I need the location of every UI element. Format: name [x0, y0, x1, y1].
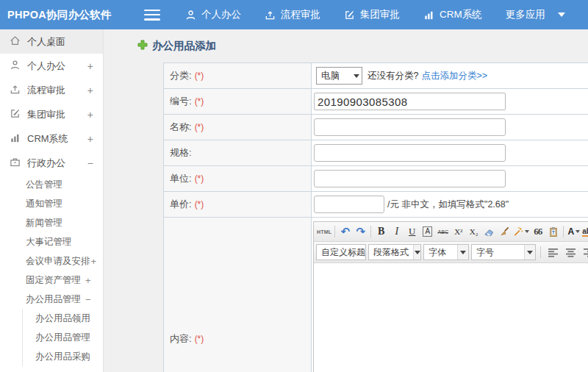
nav-process-approval[interactable]: 流程审批	[265, 8, 320, 21]
form-row-category: 分类:(*) 电脑 还没有分类? 点击添加分类>>	[164, 63, 588, 89]
expand-toggle[interactable]: +	[91, 256, 97, 267]
expand-toggle[interactable]: +	[87, 133, 93, 145]
format-brush-icon[interactable]	[497, 224, 512, 239]
price-input[interactable]	[314, 196, 384, 213]
font-border-button[interactable]: A	[420, 224, 435, 239]
nav-group-approval[interactable]: 集团审批	[344, 8, 400, 21]
sidebar-item-supplies-claim[interactable]: 办公用品领用	[23, 309, 103, 328]
align-right-icon[interactable]	[581, 245, 588, 260]
superscript-button[interactable]: X²	[451, 224, 466, 239]
font-size-select[interactable]: 字号	[471, 244, 536, 260]
auto-typeset-wand-icon[interactable]	[512, 224, 530, 239]
nav-personal-office[interactable]: 个人办公	[185, 8, 241, 21]
sidebar-item-fixed-assets-mgmt[interactable]: 固定资产管理+	[0, 271, 103, 290]
sidebar-item-meeting-mgmt[interactable]: 会议申请及安排+	[0, 251, 103, 271]
form-row-code: 编号:(*)	[164, 89, 588, 115]
blockquote-button[interactable]: 66	[530, 224, 545, 239]
app-logo: PHPOA协同办公软件	[0, 8, 144, 22]
chevron-down-icon	[558, 12, 565, 17]
unit-input[interactable]	[314, 170, 506, 187]
edit-icon	[344, 10, 355, 21]
sidebar-item-admin-office[interactable]: 行政办公 −	[0, 151, 103, 175]
collapse-toggle[interactable]: −	[87, 157, 93, 169]
required-mark: (*)	[195, 71, 204, 81]
required-mark: (*)	[195, 122, 204, 132]
select-arrow-icon	[524, 245, 535, 260]
required-mark: (*)	[195, 174, 204, 184]
expand-toggle[interactable]: +	[87, 85, 93, 96]
add-plus-icon	[137, 40, 148, 52]
font-family-select[interactable]: 字体	[423, 244, 469, 260]
align-center-icon[interactable]	[563, 245, 578, 260]
spec-label: 规格:	[170, 146, 192, 160]
sidebar-item-news-mgmt[interactable]: 新闻管理	[0, 213, 103, 232]
italic-button[interactable]: I	[389, 224, 404, 239]
sidebar-item-crm-system[interactable]: CRM系统 +	[0, 126, 103, 151]
category-label: 分类:	[170, 69, 192, 82]
content-label: 内容:	[170, 332, 192, 346]
category-select[interactable]: 电脑	[316, 67, 362, 85]
expand-toggle[interactable]: +	[87, 109, 93, 121]
redo-button[interactable]: ↷	[353, 224, 368, 239]
sidebar-item-personal-office[interactable]: 个人办公 +	[0, 54, 103, 78]
select-arrow-icon	[413, 245, 420, 260]
form-row-price: 单价:(*) /元 非中文，如填写格式"2.68"	[164, 192, 588, 218]
bold-button[interactable]: B	[373, 224, 389, 239]
share-icon	[10, 84, 27, 97]
highlight-color-button[interactable]: ab	[581, 224, 588, 239]
nav-more-apps[interactable]: 更多应用	[506, 8, 565, 21]
eraser-icon[interactable]	[481, 224, 497, 239]
menu-toggle-icon[interactable]	[144, 10, 160, 21]
font-color-button[interactable]: A	[566, 224, 581, 239]
add-category-link[interactable]: 点击添加分类>>	[421, 70, 487, 82]
spec-input[interactable]	[314, 144, 506, 162]
home-icon	[10, 35, 27, 49]
code-label: 编号:	[170, 95, 192, 108]
required-mark: (*)	[195, 199, 204, 210]
expand-toggle[interactable]: +	[87, 60, 93, 72]
sidebar-item-office-supplies-mgmt[interactable]: 办公用品管理−	[0, 290, 103, 309]
form-row-spec: 规格:	[164, 140, 588, 166]
subscript-button[interactable]: X₂	[466, 224, 481, 239]
sidebar-item-notice-mgmt[interactable]: 通知管理	[0, 194, 103, 213]
nav-crm-system[interactable]: CRM系统	[423, 8, 482, 21]
top-header: PHPOA协同办公软件 个人办公 流程审批 集团审批 CRM系统 更多应用	[0, 0, 588, 29]
collapse-toggle[interactable]: −	[85, 294, 91, 305]
sidebar-item-events-mgmt[interactable]: 大事记管理	[0, 232, 103, 251]
custom-heading-select[interactable]: 自定义标题	[316, 244, 366, 260]
name-label: 名称:	[170, 121, 192, 134]
html-source-button[interactable]: HTML	[316, 224, 332, 239]
underline-button[interactable]: U	[404, 224, 420, 239]
form-row-content: 内容:(*) HTML ↶ ↷ B I U A	[164, 218, 588, 372]
expand-toggle[interactable]: +	[85, 275, 91, 286]
editor-content-area[interactable]	[314, 263, 588, 372]
align-left-icon[interactable]	[545, 245, 561, 260]
paste-icon[interactable]	[545, 224, 561, 239]
rich-text-editor: HTML ↶ ↷ B I U A ABC X² X₂	[313, 221, 588, 372]
bar-chart-icon	[10, 132, 27, 146]
dropdown-caret-icon	[525, 230, 529, 233]
name-input[interactable]	[314, 118, 506, 136]
price-label: 单价:	[170, 198, 192, 211]
category-hint: 还没有分类?	[368, 70, 418, 82]
dropdown-caret-icon	[576, 230, 580, 233]
sidebar-item-group-approval[interactable]: 集团审批 +	[0, 102, 103, 126]
app-window: PHPOA协同办公软件 个人办公 流程审批 集团审批 CRM系统 更多应用	[0, 0, 588, 372]
price-format-hint: /元 非中文，如填写格式"2.68"	[387, 198, 509, 211]
form-row-name: 名称:(*)	[164, 115, 588, 140]
user-icon	[185, 10, 196, 21]
sidebar-item-supplies-manage[interactable]: 办公用品管理	[23, 328, 103, 347]
paragraph-format-select[interactable]: 段落格式	[368, 244, 421, 260]
sidebar-item-announcement-mgmt[interactable]: 公告管理	[0, 175, 103, 194]
sidebar-item-process-approval[interactable]: 流程审批 +	[0, 78, 103, 102]
share-icon	[265, 10, 276, 21]
code-input[interactable]	[314, 93, 506, 110]
sidebar-item-supplies-purchase[interactable]: 办公用品采购	[23, 347, 103, 366]
sidebar-item-personal-desktop[interactable]: 个人桌面	[0, 29, 103, 54]
top-nav: 个人办公 流程审批 集团审批 CRM系统 更多应用	[185, 8, 565, 21]
page-title: 办公用品添加	[137, 39, 588, 53]
office-supplies-submenu: 办公用品领用 办公用品管理 办公用品采购	[22, 309, 103, 366]
strikethrough-button[interactable]: ABC	[435, 224, 451, 239]
select-arrow-icon	[351, 68, 362, 84]
undo-button[interactable]: ↶	[337, 224, 353, 239]
